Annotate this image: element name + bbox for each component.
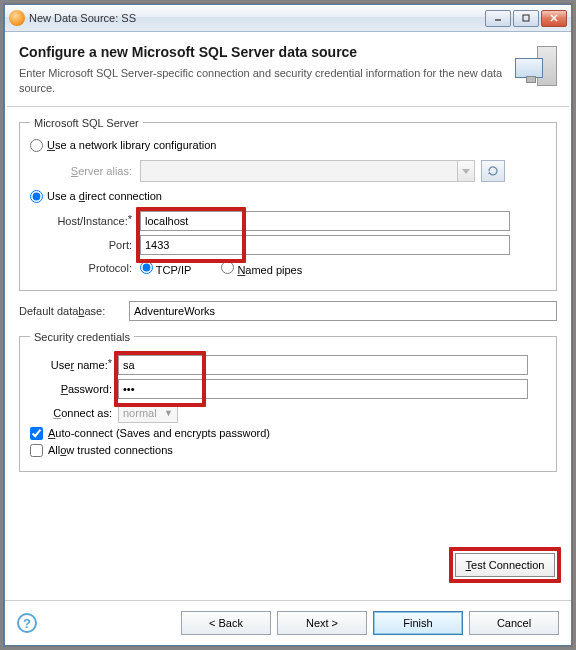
svg-marker-4 — [462, 169, 470, 174]
direct-conn-radio[interactable] — [30, 190, 43, 203]
username-input[interactable] — [118, 355, 528, 375]
host-input[interactable] — [140, 211, 510, 231]
server-alias-dropdown-icon — [457, 160, 475, 182]
titlebar[interactable]: New Data Source: SS — [5, 5, 571, 32]
allow-trusted-checkbox[interactable] — [30, 444, 43, 457]
connect-as-select: normal ▼ — [118, 403, 178, 423]
refresh-alias-button[interactable] — [481, 160, 505, 182]
connect-as-row: Connect as: normal ▼ — [30, 403, 546, 423]
page-title: Configure a new Microsoft SQL Server dat… — [19, 44, 505, 60]
network-lib-radio[interactable] — [30, 139, 43, 152]
default-db-input[interactable] — [129, 301, 557, 321]
chevron-down-icon: ▼ — [164, 408, 173, 418]
security-legend: Security credentials — [30, 331, 134, 343]
password-label: Password: — [30, 383, 118, 395]
username-row: User name:* — [30, 355, 546, 375]
help-icon[interactable]: ? — [17, 613, 37, 633]
named-pipes-radio-label[interactable]: Named pipes — [221, 261, 302, 276]
auto-connect-row: Auto-connect (Saves and encrypts passwor… — [30, 427, 546, 440]
connect-as-label: Connect as: — [30, 407, 118, 419]
protocol-label: Protocol: — [30, 262, 140, 274]
network-lib-radio-row: Use a network library configuration — [30, 139, 546, 154]
server-alias-row: Server alias: — [30, 160, 546, 182]
server-alias-label: Server alias: — [30, 165, 140, 177]
protocol-row: Protocol: TCP/IP Named pipes — [30, 261, 546, 276]
cancel-button[interactable]: Cancel — [469, 611, 559, 635]
port-row: Port: — [30, 235, 546, 255]
network-lib-radio-label[interactable]: Use a network library configuration — [30, 139, 216, 152]
test-connection-button[interactable]: Test Connection — [455, 553, 555, 577]
password-row: Password: — [30, 379, 546, 399]
sql-server-group: Microsoft SQL Server Use a network libra… — [19, 117, 557, 291]
password-input[interactable] — [118, 379, 528, 399]
app-icon — [9, 10, 25, 26]
close-button[interactable] — [541, 10, 567, 27]
tcpip-radio[interactable] — [140, 261, 153, 274]
finish-button[interactable]: Finish — [373, 611, 463, 635]
port-input[interactable] — [140, 235, 510, 255]
svg-marker-5 — [488, 171, 491, 174]
window-title: New Data Source: SS — [29, 12, 485, 24]
page-subtitle: Enter Microsoft SQL Server-specific conn… — [19, 66, 505, 96]
maximize-button[interactable] — [513, 10, 539, 27]
direct-conn-radio-label[interactable]: Use a direct connection — [30, 190, 162, 203]
server-alias-select — [140, 160, 458, 182]
svg-rect-1 — [523, 15, 529, 21]
dialog-window: New Data Source: SS Configure a new Micr… — [4, 4, 572, 646]
host-row: Host/Instance:* — [30, 211, 546, 231]
auto-connect-label[interactable]: Auto-connect (Saves and encrypts passwor… — [48, 427, 270, 439]
network-lib-text: se a network library configuration — [55, 139, 216, 151]
dialog-footer: ? < Back Next > Finish Cancel — [5, 600, 571, 645]
tcpip-radio-label[interactable]: TCP/IP — [140, 261, 191, 276]
allow-trusted-label[interactable]: Allow trusted connections — [48, 444, 173, 456]
default-db-row: Default database: — [19, 301, 557, 321]
host-label: Host/Instance:* — [30, 215, 140, 227]
security-group: Security credentials User name:* Passwor… — [19, 331, 557, 472]
content-area: Microsoft SQL Server Use a network libra… — [5, 107, 571, 472]
direct-conn-radio-row: Use a direct connection — [30, 190, 546, 205]
auto-connect-checkbox[interactable] — [30, 427, 43, 440]
named-pipes-radio[interactable] — [221, 261, 234, 274]
next-button[interactable]: Next > — [277, 611, 367, 635]
window-buttons — [485, 10, 567, 27]
dialog-header: Configure a new Microsoft SQL Server dat… — [5, 32, 571, 106]
default-db-label: Default database: — [19, 305, 129, 317]
username-label: User name:* — [30, 359, 118, 371]
server-icon — [515, 44, 557, 92]
minimize-button[interactable] — [485, 10, 511, 27]
port-label: Port: — [30, 239, 140, 251]
sql-server-legend: Microsoft SQL Server — [30, 117, 143, 129]
allow-trusted-row: Allow trusted connections — [30, 444, 546, 457]
back-button[interactable]: < Back — [181, 611, 271, 635]
